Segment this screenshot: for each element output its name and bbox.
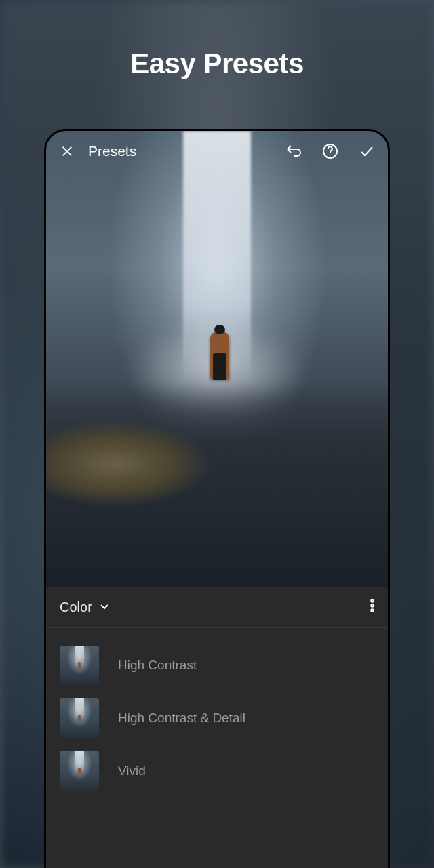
chevron-down-icon: [99, 601, 110, 613]
confirm-icon[interactable]: [358, 142, 376, 160]
preset-list: High Contrast High Contrast & Detail Viv…: [46, 628, 388, 808]
undo-icon[interactable]: [285, 142, 302, 160]
category-label: Color: [60, 599, 92, 615]
close-icon[interactable]: [58, 142, 76, 160]
preset-label: High Contrast & Detail: [118, 711, 245, 726]
presets-panel: Color High Contrast High Contrast & Deta…: [46, 587, 388, 868]
preset-label: Vivid: [118, 764, 146, 778]
preset-label: High Contrast: [118, 658, 197, 673]
help-icon[interactable]: [321, 142, 339, 160]
svg-point-1: [371, 599, 374, 602]
page-title: Easy Presets: [0, 0, 434, 80]
preset-item-vivid[interactable]: Vivid: [46, 745, 388, 797]
screen-title: Presets: [88, 143, 285, 159]
top-bar: Presets: [46, 131, 388, 172]
preset-item-high-contrast-detail[interactable]: High Contrast & Detail: [46, 692, 388, 745]
preset-thumbnail: [60, 751, 99, 791]
phone-mockup: Presets Color: [44, 129, 390, 868]
more-options-icon[interactable]: [370, 599, 374, 615]
svg-point-2: [371, 604, 374, 607]
preset-item-high-contrast[interactable]: High Contrast: [46, 639, 388, 692]
preset-thumbnail: [60, 698, 99, 738]
category-selector[interactable]: Color: [46, 587, 388, 628]
preset-thumbnail: [60, 646, 99, 685]
svg-point-3: [371, 609, 374, 612]
photo-preview[interactable]: Presets: [46, 131, 388, 587]
